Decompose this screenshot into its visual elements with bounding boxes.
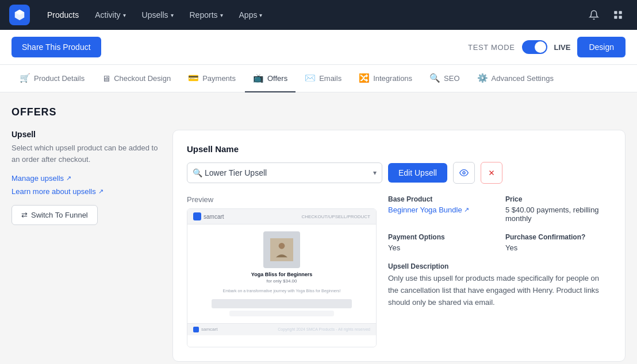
price-section: Price 5 $40.00 payments, rebilling month…	[505, 195, 611, 223]
edit-upsell-button[interactable]: Edit Upsell	[388, 163, 447, 183]
preview-cta-button	[212, 299, 351, 308]
preview-product-desc: Embark on a transformative journey with …	[222, 288, 340, 295]
grid-menu-button[interactable]	[608, 5, 628, 25]
seo-icon: 🔍	[429, 73, 440, 83]
test-mode-toggle[interactable]	[522, 40, 547, 54]
delete-upsell-button[interactable]	[481, 162, 502, 184]
monitor-icon: 🖥	[102, 73, 110, 83]
nav-item-upsells[interactable]: Upsells ▾	[136, 7, 179, 23]
top-navigation: Products Activity ▾ Upsells ▾ Reports ▾ …	[0, 0, 637, 30]
payment-options-label: Payment Options	[388, 233, 494, 241]
tab-product-details[interactable]: 🛒 Product Details	[11, 65, 93, 92]
payment-options-value: Yes	[388, 243, 494, 252]
external-link-icon: ↗	[464, 206, 469, 214]
nav-item-apps[interactable]: Apps ▾	[233, 7, 268, 23]
price-label: Price	[505, 195, 611, 203]
preview-upsell-button[interactable]	[453, 162, 475, 184]
logo-icon	[13, 9, 26, 21]
switch-to-funnel-button[interactable]: ⇄ Switch To Funnel	[11, 205, 98, 225]
external-link-icon: ↗	[66, 175, 71, 182]
section-title: OFFERS	[11, 106, 626, 118]
base-product-link[interactable]: Beginner Yoga Bundle ↗	[388, 206, 494, 214]
preview-header: samcart CHECKOUT/UPSELL/PRODUCT	[187, 209, 376, 224]
preview-product-image	[263, 231, 300, 268]
detail-row-payment-confirmation: Payment Options Yes Purchase Confirmatio…	[388, 233, 611, 252]
detail-row-base-price: Base Product Beginner Yoga Bundle ↗ Pric…	[388, 195, 611, 223]
nav-item-activity[interactable]: Activity ▾	[89, 7, 131, 23]
learn-upsells-link[interactable]: Learn more about upsells ↗	[11, 187, 161, 196]
upsell-desc-value: Only use this upsell for products made s…	[388, 273, 611, 308]
preview-logo: samcart	[193, 212, 224, 220]
offers-layout: Upsell Select which upsell product can b…	[11, 130, 626, 362]
tab-offers[interactable]: 📺 Offers	[245, 65, 296, 92]
chevron-down-icon: ▾	[171, 12, 174, 18]
chevron-down-icon: ▾	[220, 12, 223, 18]
action-bar-right: TEST MODE LIVE Design	[468, 37, 626, 57]
purchase-confirmation-label: Purchase Confirmation?	[505, 233, 611, 241]
manage-upsells-link[interactable]: Manage upsells ↗	[11, 174, 161, 183]
chevron-down-icon: ▾	[123, 12, 126, 18]
nav-item-reports[interactable]: Reports ▾	[184, 7, 229, 23]
preview-frame: samcart CHECKOUT/UPSELL/PRODUCT	[187, 208, 377, 347]
app-logo[interactable]	[9, 5, 30, 25]
svg-point-8	[279, 243, 285, 249]
preview-inner: samcart CHECKOUT/UPSELL/PRODUCT	[187, 209, 376, 347]
tab-checkout-design[interactable]: 🖥 Checkout Design	[94, 65, 179, 92]
upsell-controls: 🔍 Lower Tier Upsell ▾ Edit Upsell	[187, 162, 611, 184]
base-product-section: Base Product Beginner Yoga Bundle ↗	[388, 195, 494, 223]
svg-rect-1	[619, 11, 622, 14]
upsell-desc-label: Upsell Description	[388, 262, 611, 270]
details-panel: Base Product Beginner Yoga Bundle ↗ Pric…	[388, 195, 611, 347]
integrations-icon: 🔀	[359, 73, 370, 83]
svg-rect-0	[614, 11, 617, 14]
svg-rect-2	[614, 16, 617, 19]
samcart-footer-logo-icon	[193, 327, 199, 332]
main-content: OFFERS Upsell Select which upsell produc…	[0, 92, 637, 364]
preview-product-title: Yoga Bliss for Beginners	[251, 272, 312, 277]
cart-icon: 🛒	[20, 73, 30, 83]
preview-footer: samcart Copyright 2024 SMCA Products - A…	[187, 323, 376, 335]
samcart-logo-icon	[193, 212, 201, 220]
left-panel: Upsell Select which upsell product can b…	[11, 130, 172, 362]
settings-icon: ⚙️	[477, 73, 488, 83]
tab-payments[interactable]: 💳 Payments	[180, 65, 244, 92]
detail-row-upsell-desc: Upsell Description Only use this upsell …	[388, 262, 611, 308]
upsell-description: Select which upsell product can be added…	[11, 142, 161, 165]
preview-label: Preview	[187, 195, 377, 204]
notifications-button[interactable]	[584, 5, 604, 25]
action-bar: Share This Product TEST MODE LIVE Design	[0, 30, 637, 65]
svg-point-4	[463, 172, 465, 174]
funnel-icon: ⇄	[21, 211, 28, 219]
design-button[interactable]: Design	[577, 37, 626, 57]
upsell-card: Upsell Name 🔍 Lower Tier Upsell ▾ Edit U…	[172, 130, 626, 362]
preview-breadcrumb: CHECKOUT/UPSELL/PRODUCT	[301, 214, 370, 219]
upsell-name-label: Upsell Name	[187, 144, 611, 154]
tab-integrations[interactable]: 🔀 Integrations	[351, 65, 420, 92]
share-product-button[interactable]: Share This Product	[11, 37, 101, 57]
upsell-body: Preview samcart CHECKOUT/UPSELL/PRODUCT	[187, 195, 611, 347]
preview-area: Preview samcart CHECKOUT/UPSELL/PRODUCT	[187, 195, 377, 347]
base-product-label: Base Product	[388, 195, 494, 203]
nav-item-products[interactable]: Products	[41, 7, 85, 23]
upsell-select[interactable]: Lower Tier Upsell	[187, 162, 382, 183]
tab-emails[interactable]: ✉️ Emails	[297, 65, 350, 92]
payments-icon: 💳	[188, 73, 199, 83]
live-label: LIVE	[554, 43, 571, 52]
test-mode-label: TEST MODE	[468, 43, 515, 52]
preview-cta-secondary	[229, 311, 334, 316]
purchase-confirmation-section: Purchase Confirmation? Yes	[505, 233, 611, 252]
preview-product-price: for only $34.00	[267, 278, 297, 284]
tab-advanced-settings[interactable]: ⚙️ Advanced Settings	[469, 65, 562, 92]
tab-seo[interactable]: 🔍 SEO	[421, 65, 467, 92]
search-icon: 🔍	[193, 168, 202, 177]
preview-content: Yoga Bliss for Beginners for only $34.00…	[187, 224, 376, 323]
upsell-heading: Upsell	[11, 130, 161, 139]
preview-footer-logo: samcart	[193, 327, 217, 332]
offers-icon: 📺	[253, 73, 264, 83]
external-link-icon: ↗	[98, 188, 103, 195]
email-icon: ✉️	[305, 73, 316, 83]
svg-rect-7	[270, 238, 293, 261]
preview-footer-text: Copyright 2024 SMCA Products - All right…	[278, 327, 370, 331]
tabs-bar: 🛒 Product Details 🖥 Checkout Design 💳 Pa…	[0, 65, 637, 92]
price-value: 5 $40.00 payments, rebilling monthly	[505, 206, 611, 223]
